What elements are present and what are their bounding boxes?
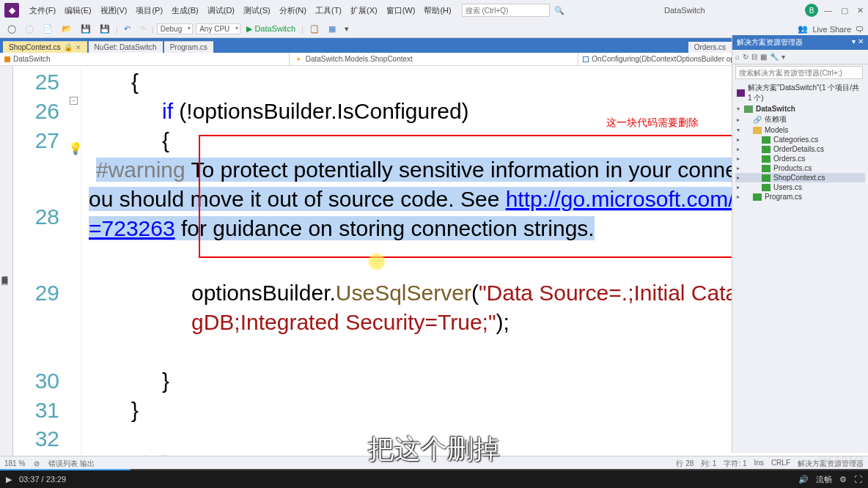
tb-icon-1[interactable]: 📋	[306, 24, 323, 34]
nav-back-icon[interactable]: ◯	[4, 24, 19, 34]
status-col: 列: 1	[701, 459, 716, 469]
feedback-icon[interactable]: 🗨	[856, 25, 864, 34]
save-icon[interactable]: 💾	[78, 24, 94, 34]
tree-file-selected[interactable]: ▸ShopContext.cs	[735, 173, 865, 182]
menu-window[interactable]: 窗口(W)	[382, 5, 420, 16]
home-icon[interactable]: ⌂	[735, 53, 740, 61]
account-badge[interactable]: B	[805, 4, 818, 17]
platform-dropdown[interactable]: Any CPU	[196, 23, 240, 34]
fold-toggle-icon[interactable]: −	[70, 97, 78, 105]
menu-test[interactable]: 测试(S)	[239, 5, 275, 16]
close-icon[interactable]: ✕	[857, 6, 864, 15]
play-icon[interactable]: ▶	[6, 475, 12, 484]
line-gutter: 25 26 27 28 29 30 31 32 33	[13, 66, 68, 475]
annotation-box	[199, 135, 806, 258]
tree-file[interactable]: ▸Program.cs	[735, 192, 865, 202]
status-line: 行 28	[676, 459, 694, 469]
menu-build[interactable]: 生成(B)	[167, 5, 203, 16]
redo-icon[interactable]: ↷	[136, 24, 149, 34]
menu-analyze[interactable]: 分析(N)	[275, 5, 311, 16]
status-bar: 181 % ⊘ 错误列表 输出 行 28 列: 1 字符: 1 Ins CRLF…	[0, 456, 868, 470]
minimize-icon[interactable]: —	[824, 6, 832, 15]
menu-project[interactable]: 项目(P)	[131, 5, 167, 16]
nav-fwd-icon[interactable]: ◯	[22, 24, 37, 34]
status-crlf: CRLF	[771, 459, 790, 469]
panel-close-icon[interactable]: ▾ ✕	[852, 37, 864, 48]
menu-ext[interactable]: 扩展(X)	[346, 5, 382, 16]
annotation-label: 这一块代码需要删除	[606, 116, 699, 130]
zoom-reset-icon[interactable]: ⊘	[34, 459, 40, 467]
volume-icon[interactable]: 🔊	[798, 475, 809, 484]
solution-explorer: 解决方案资源管理器▾ ✕ ⌂↻⊟▦🔧▾ 解决方案"DataSwitch"(1 个…	[732, 35, 868, 453]
menu-debug[interactable]: 调试(D)	[203, 5, 239, 16]
video-controls: ▶ 03:37 / 23:29 🔊 流畅 ⚙ ⛶	[0, 470, 868, 488]
search-input[interactable]	[462, 4, 550, 17]
search-icon: 🔍	[554, 6, 564, 15]
open-icon[interactable]: 📂	[59, 24, 75, 34]
fullscreen-icon[interactable]: ⛶	[854, 475, 862, 484]
lightbulb-icon[interactable]: 💡	[68, 141, 83, 156]
left-toolbox[interactable]: 服务器资源管理器 工具箱	[0, 66, 13, 475]
status-ins: Ins	[754, 459, 764, 469]
solution-tree[interactable]: 解决方案"DataSwitch"(1 个项目/共 1 个) ▾DataSwitc…	[732, 81, 868, 203]
menu-view[interactable]: 视图(V)	[96, 5, 132, 16]
new-file-icon[interactable]: 📄	[40, 24, 56, 34]
cursor-highlight	[367, 252, 386, 271]
show-all-icon[interactable]: ▦	[760, 53, 767, 61]
settings-icon[interactable]: ⚙	[839, 475, 847, 484]
menu-edit[interactable]: 编辑(E)	[60, 5, 96, 16]
maximize-icon[interactable]: ▢	[841, 6, 848, 15]
tree-file[interactable]: ▸Orders.cs	[735, 154, 865, 163]
quality-button[interactable]: 流畅	[816, 474, 832, 485]
collapse-icon[interactable]: ⊟	[751, 53, 757, 61]
tab-program[interactable]: Program.cs	[164, 41, 213, 53]
props-icon[interactable]: 🔧	[770, 53, 779, 61]
panel-toolbar: ⌂↻⊟▦🔧▾	[732, 50, 868, 64]
tab-orders[interactable]: Orders.cs	[688, 42, 732, 53]
status-char: 字符: 1	[724, 459, 746, 469]
tree-file[interactable]: ▸Users.cs	[735, 182, 865, 192]
output-tabs[interactable]: 错误列表 输出	[48, 459, 95, 469]
tb-icon-2[interactable]: ▦	[326, 24, 339, 34]
tab-nuget[interactable]: NuGet: DataSwitch	[89, 41, 163, 53]
menu-help[interactable]: 帮助(H)	[419, 5, 455, 16]
video-time: 03:37 / 23:29	[19, 475, 66, 484]
zoom-level[interactable]: 181 %	[4, 459, 25, 467]
tab-shopcontext[interactable]: ShopContext.cs 🔒✕	[3, 41, 87, 53]
menu-tools[interactable]: 工具(T)	[311, 5, 346, 16]
watermark: @510TO	[817, 454, 864, 467]
fold-margin[interactable]: −	[68, 66, 81, 475]
live-share-button[interactable]: Live Share	[812, 25, 851, 34]
progress-bar[interactable]	[0, 469, 868, 470]
panel-header: 解决方案资源管理器▾ ✕	[732, 35, 868, 50]
tb-icon-3[interactable]: ▾	[342, 24, 352, 34]
tree-file[interactable]: ▸OrderDetails.cs	[735, 144, 865, 154]
crumb-project[interactable]: DataSwitch	[0, 53, 290, 65]
app-title: DataSwitch	[564, 6, 805, 15]
crumb-namespace[interactable]: 🔸DataSwitch.Models.ShopContext	[290, 53, 579, 65]
run-button[interactable]: ▶ DataSwitch	[243, 24, 298, 34]
config-dropdown[interactable]: Debug	[157, 23, 193, 34]
live-share-icon[interactable]: 👥	[798, 24, 808, 34]
tree-file[interactable]: ▸Categories.cs	[735, 135, 865, 144]
tree-file[interactable]: ▸Products.cs	[735, 163, 865, 173]
refresh-icon[interactable]: ↻	[743, 53, 749, 61]
undo-icon[interactable]: ↶	[121, 24, 133, 34]
solution-search-input[interactable]	[735, 66, 863, 79]
save-all-icon[interactable]: 💾	[97, 24, 113, 34]
tab-close-icon[interactable]: ✕	[76, 44, 81, 51]
menu-file[interactable]: 文件(F)	[25, 5, 60, 16]
vs-logo-icon: ◆	[4, 3, 19, 18]
title-bar: ◆ 文件(F) 编辑(E) 视图(V) 项目(P) 生成(B) 调试(D) 测试…	[0, 0, 868, 21]
